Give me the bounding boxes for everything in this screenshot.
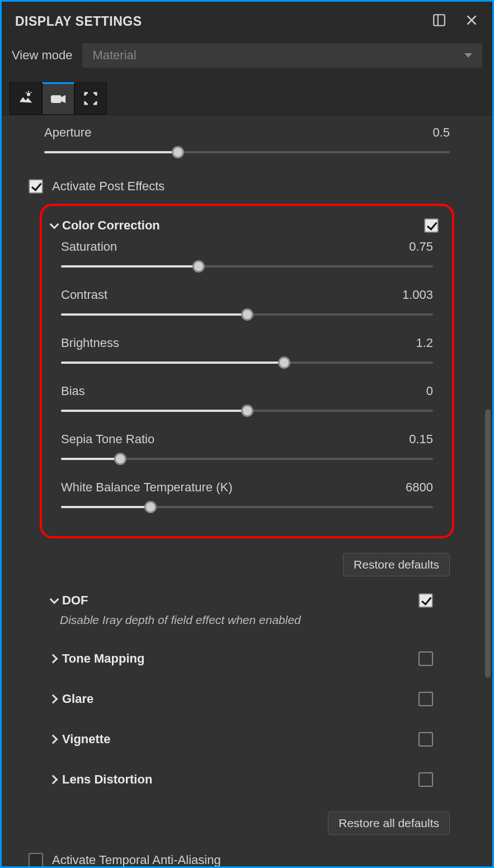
titlebar: DISPLAY SETTINGS xyxy=(2,2,492,36)
aperture-track[interactable] xyxy=(44,146,450,159)
slider-value[interactable]: 1.003 xyxy=(402,288,433,302)
cc-slider-white-balance-temperature-k-: White Balance Temperature (K)6800 xyxy=(42,480,452,514)
tab-row xyxy=(2,78,492,115)
slider-value[interactable]: 1.2 xyxy=(416,336,433,350)
slider-track[interactable] xyxy=(61,308,433,321)
slider-label: Bias xyxy=(61,384,85,398)
slider-track[interactable] xyxy=(61,260,433,273)
activate-post-effects-label: Activate Post Effects xyxy=(52,179,164,194)
close-icon[interactable] xyxy=(464,13,479,30)
chevron-right-icon xyxy=(49,654,58,664)
chevron-right-icon xyxy=(49,775,58,785)
section-title: Vignette xyxy=(62,732,110,747)
chevron-down-icon xyxy=(50,594,59,604)
color-correction-highlight: Color Correction Saturation0.75Contrast1… xyxy=(40,204,454,538)
slider-track[interactable] xyxy=(61,452,433,466)
chevron-down-icon xyxy=(50,219,59,229)
section-header-vignette[interactable]: Vignette xyxy=(44,728,450,750)
activate-temporal-aa-checkbox[interactable] xyxy=(29,853,43,866)
view-mode-selected: Material xyxy=(92,48,136,63)
section-header-lens-distortion[interactable]: Lens Distortion xyxy=(44,768,450,790)
svg-rect-8 xyxy=(51,96,62,103)
section-checkbox[interactable] xyxy=(418,651,433,666)
view-mode-row: View mode Material xyxy=(2,36,492,78)
slider-label: Contrast xyxy=(61,288,107,302)
slider-value[interactable]: 6800 xyxy=(406,480,433,495)
cc-slider-sepia-tone-ratio: Sepia Tone Ratio0.15 xyxy=(42,432,452,466)
restore-all-defaults-button[interactable]: Restore all defaults xyxy=(328,811,450,835)
settings-content: Aperture 0.5 Activate Post Effects Color… xyxy=(2,115,492,866)
svg-line-7 xyxy=(26,92,26,93)
section-checkbox[interactable] xyxy=(418,692,433,706)
activate-post-effects-checkbox[interactable] xyxy=(29,179,43,194)
svg-rect-0 xyxy=(434,15,445,26)
section-title: Tone Mapping xyxy=(62,651,144,666)
slider-label: Sepia Tone Ratio xyxy=(61,432,154,447)
section-header-tone-mapping[interactable]: Tone Mapping xyxy=(44,647,450,669)
svg-line-6 xyxy=(31,92,31,93)
slider-value[interactable]: 0.75 xyxy=(409,240,433,254)
activate-temporal-aa-row: Activate Temporal Anti-Aliasing xyxy=(2,847,492,866)
view-mode-dropdown[interactable]: Material xyxy=(82,43,482,68)
section-header-glare[interactable]: Glare xyxy=(44,687,450,710)
slider-label: Saturation xyxy=(61,240,117,254)
slider-track[interactable] xyxy=(61,404,433,417)
aperture-slider: Aperture 0.5 xyxy=(2,125,492,159)
section-title: Lens Distortion xyxy=(62,772,152,787)
aperture-label: Aperture xyxy=(44,125,91,140)
activate-temporal-aa-label: Activate Temporal Anti-Aliasing xyxy=(52,853,221,866)
panel-title: DISPLAY SETTINGS xyxy=(15,14,142,29)
cc-slider-contrast: Contrast1.003 xyxy=(42,288,452,321)
cc-slider-bias: Bias0 xyxy=(42,384,452,417)
dof-checkbox[interactable] xyxy=(418,593,433,608)
tab-environment[interactable] xyxy=(10,82,42,115)
cc-slider-brightness: Brightness1.2 xyxy=(42,336,452,369)
color-correction-title: Color Correction xyxy=(62,218,160,233)
color-correction-header[interactable]: Color Correction xyxy=(42,214,452,240)
aperture-value[interactable]: 0.5 xyxy=(432,125,450,140)
slider-label: Brightness xyxy=(61,336,119,350)
tab-camera[interactable] xyxy=(42,82,74,115)
chevron-right-icon xyxy=(49,735,58,744)
tab-focus[interactable] xyxy=(74,82,107,115)
chevron-right-icon xyxy=(49,695,58,704)
slider-track[interactable] xyxy=(61,500,433,514)
color-correction-checkbox[interactable] xyxy=(424,218,439,233)
slider-value[interactable]: 0.15 xyxy=(409,432,433,447)
svg-point-4 xyxy=(27,93,30,96)
chevron-down-icon xyxy=(464,53,472,58)
panel-layout-icon[interactable] xyxy=(432,13,446,30)
section-checkbox[interactable] xyxy=(418,732,433,747)
dof-subtitle: Disable Iray depth of field effect when … xyxy=(44,611,450,629)
slider-track[interactable] xyxy=(61,356,433,369)
dof-title: DOF xyxy=(62,593,88,608)
display-settings-panel: DISPLAY SETTINGS View mode Material xyxy=(0,0,494,868)
slider-label: White Balance Temperature (K) xyxy=(61,480,233,495)
scrollbar[interactable] xyxy=(485,409,491,678)
view-mode-label: View mode xyxy=(12,48,72,63)
restore-defaults-button[interactable]: Restore defaults xyxy=(343,553,450,576)
section-title: Glare xyxy=(62,692,93,706)
cc-slider-saturation: Saturation0.75 xyxy=(42,240,452,273)
activate-post-effects-row: Activate Post Effects xyxy=(2,173,492,204)
slider-value[interactable]: 0 xyxy=(426,384,433,398)
section-checkbox[interactable] xyxy=(418,772,433,787)
dof-header[interactable]: DOF xyxy=(44,589,450,611)
